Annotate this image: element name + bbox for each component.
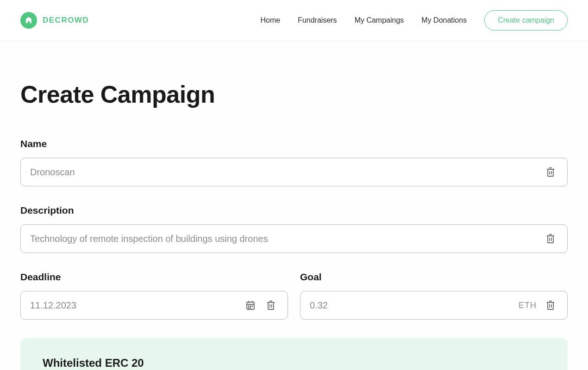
- svg-point-5: [250, 308, 251, 308]
- deadline-label: Deadline: [20, 271, 288, 283]
- nav-link-my-donations[interactable]: My Donations: [421, 16, 467, 25]
- svg-point-4: [248, 308, 249, 308]
- trash-icon: [545, 300, 556, 311]
- description-input-wrap: [20, 224, 568, 253]
- logo-mark: [20, 12, 37, 29]
- name-label: Name: [20, 138, 568, 149]
- trash-icon: [265, 300, 276, 311]
- whitelist-title: Whitelisted ERC 20: [43, 357, 545, 370]
- description-label: Description: [20, 205, 568, 216]
- name-clear-button[interactable]: [543, 165, 558, 179]
- trash-icon: [545, 166, 556, 178]
- goal-label: Goal: [300, 271, 568, 283]
- create-campaign-button[interactable]: Create campaign: [484, 10, 568, 31]
- whitelist-panel: Whitelisted ERC 20: [20, 338, 568, 370]
- calendar-icon: [245, 300, 256, 311]
- name-input-wrap: [20, 158, 568, 186]
- nav-link-fundraisers[interactable]: Fundraisers: [298, 16, 337, 25]
- nav-link-my-campaigns[interactable]: My Campaings: [355, 16, 404, 25]
- description-input[interactable]: [30, 234, 543, 244]
- svg-point-2: [250, 306, 251, 307]
- name-group: Name: [20, 138, 568, 186]
- deadline-group: Deadline: [20, 271, 288, 320]
- deadline-input-wrap: [20, 291, 288, 320]
- main-nav: Home Fundraisers My Campaings My Donatio…: [260, 10, 568, 31]
- megaphone-icon: [25, 16, 33, 25]
- deadline-clear-button[interactable]: [263, 298, 278, 313]
- main-content: Create Campaign Name Description: [0, 41, 588, 370]
- page-title: Create Campaign: [20, 80, 568, 108]
- description-clear-button[interactable]: [543, 231, 558, 246]
- goal-clear-button[interactable]: [543, 298, 558, 313]
- description-group: Description: [20, 205, 568, 253]
- deadline-input[interactable]: [30, 300, 243, 311]
- name-input[interactable]: [30, 167, 543, 178]
- brand-name: DECROWD: [43, 16, 89, 25]
- goal-currency: ETH: [519, 301, 537, 310]
- app-header: DECROWD Home Fundraisers My Campaings My…: [0, 0, 588, 41]
- brand-logo[interactable]: DECROWD: [20, 12, 89, 29]
- goal-input-wrap: ETH: [300, 291, 568, 320]
- nav-link-home[interactable]: Home: [260, 16, 280, 25]
- goal-group: Goal ETH: [300, 271, 568, 320]
- svg-point-3: [252, 306, 253, 307]
- goal-input[interactable]: [310, 300, 519, 311]
- svg-point-1: [248, 306, 249, 307]
- trash-icon: [545, 233, 556, 244]
- deadline-calendar-button[interactable]: [243, 298, 258, 313]
